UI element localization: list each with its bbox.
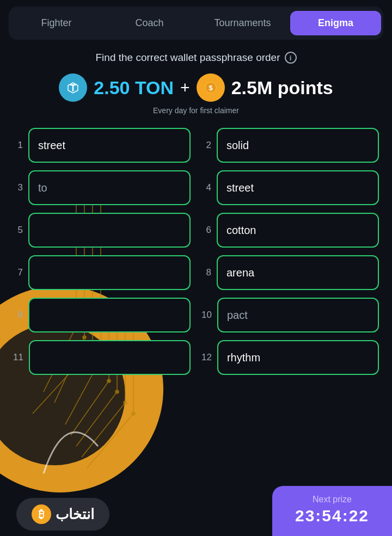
word-cell-2: 2 solid (201, 128, 379, 163)
word-box-8[interactable]: arena (217, 255, 379, 290)
cell-number-4: 4 (201, 182, 211, 193)
word-box-12[interactable]: rhythm (217, 340, 379, 375)
subtitle: Every day for first claimer (13, 106, 379, 115)
cell-number-3: 3 (13, 182, 23, 193)
header-title: Find the correct wallet passphrase order… (13, 52, 379, 64)
word-cell-10: 10 pact (201, 298, 379, 332)
plus-sign: + (180, 78, 190, 97)
cell-number-5: 5 (13, 225, 23, 236)
word-box-2[interactable]: solid (217, 128, 379, 163)
word-box-3[interactable]: to (28, 170, 191, 205)
word-box-4[interactable]: street (217, 170, 379, 205)
word-box-9[interactable] (28, 298, 191, 332)
main-content: Find the correct wallet passphrase order… (0, 46, 392, 429)
cell-number-12: 12 (201, 352, 212, 363)
word-box-6[interactable]: cotton (217, 213, 379, 248)
cell-number-9: 9 (13, 310, 23, 321)
tab-tournaments[interactable]: Tournaments (197, 11, 288, 35)
points-amount: 2.5M points (231, 77, 333, 98)
word-cell-12: 12 rhythm (201, 340, 379, 375)
ton-icon (59, 73, 87, 102)
header-title-text: Find the correct wallet passphrase order (96, 52, 280, 64)
cell-number-2: 2 (201, 140, 211, 151)
info-icon[interactable]: i (285, 52, 297, 64)
word-box-11[interactable] (29, 340, 191, 375)
prize-row: 2.50 TON + $ 2.5M points (13, 73, 379, 102)
next-prize-label: Next prize (285, 495, 379, 504)
svg-text:$: $ (209, 84, 213, 92)
word-cell-7: 7 (13, 255, 191, 290)
next-prize-bar: Next prize 23:54:22 (272, 486, 392, 536)
cell-number-11: 11 (13, 352, 23, 363)
word-grid: 1 street 2 solid 3 to 4 street 5 6 cotto… (13, 128, 379, 375)
word-box-10[interactable]: pact (217, 298, 379, 332)
tab-fighter[interactable]: Fighter (11, 11, 102, 35)
cell-number-10: 10 (201, 310, 212, 321)
bitcoin-icon: ₿ (32, 504, 51, 524)
tab-bar: Fighter Coach Tournaments Enigma (9, 7, 383, 40)
word-cell-6: 6 cotton (201, 213, 379, 248)
cell-number-8: 8 (201, 267, 211, 278)
coin-icon: $ (197, 73, 225, 102)
word-cell-8: 8 arena (201, 255, 379, 290)
word-box-5[interactable] (28, 213, 191, 248)
word-box-1[interactable]: street (28, 128, 191, 163)
word-cell-9: 9 (13, 298, 191, 332)
cell-number-1: 1 (13, 140, 23, 151)
tab-coach[interactable]: Coach (104, 11, 195, 35)
word-cell-4: 4 street (201, 170, 379, 205)
word-cell-11: 11 (13, 340, 191, 375)
cell-number-7: 7 (13, 267, 23, 278)
logo-text: انتخاب (56, 506, 94, 523)
logo-button[interactable]: ₿ انتخاب (16, 498, 109, 531)
word-cell-5: 5 (13, 213, 191, 248)
ton-amount: 2.50 TON (94, 77, 174, 98)
word-cell-1: 1 street (13, 128, 191, 163)
tab-enigma[interactable]: Enigma (290, 11, 381, 35)
next-prize-timer: 23:54:22 (285, 507, 379, 525)
word-cell-3: 3 to (13, 170, 191, 205)
word-box-7[interactable] (28, 255, 191, 290)
cell-number-6: 6 (201, 225, 211, 236)
